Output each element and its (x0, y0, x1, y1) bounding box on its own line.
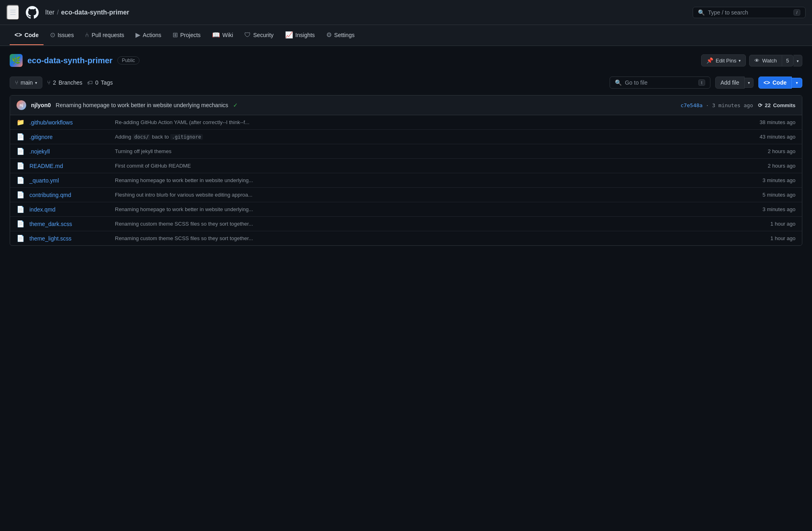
commits-count: 22 (765, 102, 770, 108)
insights-tab-icon: 📈 (285, 31, 293, 39)
pin-icon: 📌 (706, 57, 713, 64)
repo-name-breadcrumb[interactable]: eco-data-synth-primer (61, 9, 129, 16)
eye-icon: 👁 (754, 58, 760, 64)
commits-link[interactable]: ⟳ 22 Commits (758, 102, 795, 108)
add-file-caret-button[interactable]: ▾ (745, 78, 754, 88)
watch-button[interactable]: 👁 Watch (749, 55, 782, 66)
file-commit-message: Re-adding GitHub Action YAML (after corr… (115, 119, 742, 125)
branches-link[interactable]: ⑂ 2 Branches (47, 79, 82, 86)
file-modified-time: 5 minutes ago (747, 192, 795, 198)
file-modified-time: 1 hour ago (747, 235, 795, 241)
edit-pins-label: Edit Pins (716, 58, 736, 64)
security-tab-icon: 🛡 (244, 31, 251, 39)
code-button-icon: <> (764, 79, 770, 86)
repo-name[interactable]: eco-data-synth-primer (27, 56, 112, 65)
code-button-caret[interactable]: ▾ (792, 78, 802, 88)
file-row[interactable]: 📄 .gitignore Adding docs/ back to .gitig… (10, 130, 802, 144)
file-name-link[interactable]: .github/workflows (29, 119, 110, 126)
file-name-link[interactable]: contributing.qmd (29, 192, 110, 198)
branch-count-label: Branches (58, 79, 82, 86)
tag-count-label: Tags (101, 79, 113, 86)
watch-count: 5 (786, 58, 789, 64)
wiki-tab-icon: 📖 (212, 31, 220, 39)
file-name-link[interactable]: index.qmd (29, 206, 110, 213)
tab-settings[interactable]: ⚙ Settings (321, 25, 360, 45)
file-icon: 📄 (17, 191, 25, 199)
commit-author[interactable]: njlyon0 (31, 102, 51, 108)
tag-icon: 🏷 (87, 79, 93, 86)
tab-security-label: Security (253, 32, 274, 38)
tab-security[interactable]: 🛡 Security (239, 26, 279, 45)
tag-count: 0 (95, 79, 98, 86)
add-file-button[interactable]: Add file (715, 77, 745, 89)
tab-wiki[interactable]: 📖 Wiki (207, 25, 238, 45)
file-modified-time: 1 hour ago (747, 221, 795, 227)
file-row[interactable]: 📄 .nojekyll Turning off jekyll themes 2 … (10, 144, 802, 159)
tab-pull-requests-label: Pull requests (92, 32, 124, 38)
commit-author-avatar: nj (17, 100, 26, 110)
branch-selector[interactable]: ⑂ main ▾ (10, 77, 42, 89)
file-commit-message: Renaming custom theme SCSS files so they… (115, 221, 742, 227)
go-to-file-label: Go to file (625, 79, 648, 86)
file-modified-time: 43 minutes ago (747, 134, 795, 140)
tab-projects[interactable]: ⊞ Projects (168, 25, 206, 45)
code-button[interactable]: <> Code (758, 77, 792, 89)
projects-tab-icon: ⊞ (173, 31, 178, 39)
github-logo[interactable] (26, 6, 39, 19)
hamburger-menu[interactable]: ☰ (6, 5, 19, 20)
file-name-link[interactable]: theme_dark.scss (29, 221, 110, 227)
tags-link[interactable]: 🏷 0 Tags (87, 79, 112, 86)
tab-pull-requests[interactable]: ⑃ Pull requests (80, 26, 129, 45)
branch-count: 2 (53, 79, 56, 86)
file-row[interactable]: 📁 .github/workflows Re-adding GitHub Act… (10, 115, 802, 130)
add-file-button-group: Add file ▾ (715, 77, 754, 89)
watch-caret-button[interactable]: ▾ (793, 55, 802, 66)
commit-hash[interactable]: c7e548a · 3 minutes ago (681, 102, 753, 108)
tab-projects-label: Projects (180, 32, 201, 38)
file-table: nj njlyon0 Renaming homepage to work bet… (10, 95, 802, 246)
go-to-file-shortcut: t (698, 79, 705, 86)
tab-actions[interactable]: ▶ Actions (131, 25, 166, 45)
repo-avatar: 🌿 (10, 54, 23, 67)
file-name-link[interactable]: README.md (29, 163, 110, 169)
go-to-file-button[interactable]: 🔍 Go to file t (610, 77, 710, 89)
search-box[interactable]: 🔍 Type / to search / (693, 7, 806, 18)
tab-issues[interactable]: ⊙ Issues (45, 25, 79, 45)
file-row[interactable]: 📄 _quarto.yml Renaming homepage to work … (10, 173, 802, 188)
actions-tab-icon: ▶ (135, 31, 140, 39)
file-row[interactable]: 📄 theme_dark.scss Renaming custom theme … (10, 217, 802, 231)
commit-avatar-initials: nj (20, 103, 23, 107)
watch-caret-icon: ▾ (797, 59, 799, 63)
tab-code[interactable]: <> Code (10, 26, 44, 45)
file-name-link[interactable]: .gitignore (29, 134, 110, 140)
tab-insights-label: Insights (296, 32, 315, 38)
file-row[interactable]: 📄 contributing.qmd Fleshing out intro bl… (10, 188, 802, 202)
file-name-link[interactable]: .nojekyll (29, 148, 110, 155)
repo-owner[interactable]: Iter (45, 9, 54, 16)
commit-header: nj njlyon0 Renaming homepage to work bet… (10, 95, 802, 115)
file-commit-message: Renaming custom theme SCSS files so they… (115, 235, 742, 241)
tab-issues-label: Issues (58, 32, 74, 38)
top-nav: ☰ Iter / eco-data-synth-primer 🔍 Type / … (0, 0, 812, 25)
issues-tab-icon: ⊙ (50, 31, 55, 39)
file-commit-message: First commit of GitHub README (115, 163, 742, 169)
edit-pins-caret-icon: ▾ (739, 58, 741, 63)
file-commit-message: Fleshing out intro blurb for various web… (115, 192, 742, 198)
search-shortcut-key: / (793, 9, 800, 16)
file-row[interactable]: 📄 index.qmd Renaming homepage to work be… (10, 202, 802, 217)
file-commit-message: Turning off jekyll themes (115, 148, 742, 154)
file-name-link[interactable]: theme_light.scss (29, 235, 110, 242)
tab-insights[interactable]: 📈 Insights (280, 25, 320, 45)
file-modified-time: 3 minutes ago (747, 206, 795, 212)
file-row[interactable]: 📄 theme_light.scss Renaming custom theme… (10, 231, 802, 245)
watch-count-button[interactable]: 5 (782, 55, 793, 66)
search-file-icon: 🔍 (615, 79, 622, 86)
file-row[interactable]: 📄 README.md First commit of GitHub READM… (10, 159, 802, 173)
branch-count-icon: ⑂ (47, 79, 50, 86)
file-modified-time: 3 minutes ago (747, 177, 795, 183)
settings-tab-icon: ⚙ (326, 31, 332, 39)
edit-pins-button[interactable]: 📌 Edit Pins ▾ (701, 54, 746, 66)
file-icon: 📄 (17, 133, 25, 141)
file-name-link[interactable]: _quarto.yml (29, 177, 110, 184)
commit-hash-link[interactable]: c7e548a (681, 102, 703, 108)
